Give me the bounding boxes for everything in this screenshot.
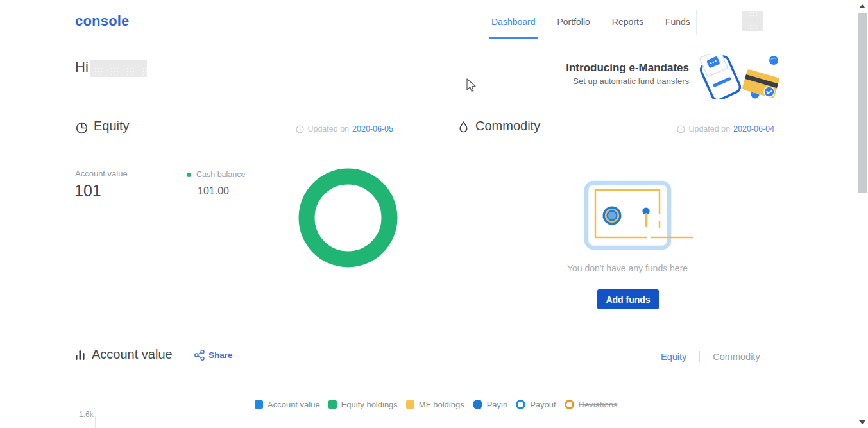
commodity-updated-date: 2020-06-04 <box>733 124 774 133</box>
legend-item-mf-holdings[interactable]: MF holdings <box>406 400 464 409</box>
nav-tab-portfolio[interactable]: Portfolio <box>557 17 590 27</box>
add-funds-button[interactable]: Add funds <box>597 289 659 309</box>
scrollbar-up-arrow-icon[interactable] <box>859 4 865 8</box>
account-value-section-title: Account value <box>92 347 173 362</box>
share-label: Share <box>208 350 233 360</box>
mouse-cursor-icon <box>466 78 477 93</box>
header-divider <box>696 10 697 35</box>
scrollbar-thumb[interactable] <box>858 13 867 193</box>
nav-tab-reports[interactable]: Reports <box>612 17 643 27</box>
share-button[interactable]: Share <box>194 350 233 361</box>
updated-label: Updated on <box>688 124 730 133</box>
cash-balance-value: 101.00 <box>198 185 229 197</box>
chart-segment-toggle: Equity Commodity <box>661 351 760 362</box>
legend-label: Deviations <box>579 400 618 409</box>
legend-swatch-circle <box>473 400 482 409</box>
nav-tab-dashboard[interactable]: Dashboard <box>491 17 536 27</box>
main-nav: Dashboard Portfolio Reports Funds <box>491 17 690 27</box>
toggle-divider <box>699 351 700 362</box>
updated-label: Updated on <box>307 124 349 133</box>
toggle-commodity[interactable]: Commodity <box>713 352 760 362</box>
clock-icon <box>677 125 685 133</box>
commodity-updated: Updated on 2020-06-04 <box>651 124 774 133</box>
cash-balance-dot <box>187 173 191 177</box>
cash-balance-label: Cash balance <box>196 170 245 179</box>
commodity-empty-text: You don't have any funds here <box>550 263 704 273</box>
legend-swatch-square <box>255 400 263 409</box>
legend-item-payout[interactable]: Payout <box>516 400 556 409</box>
legend-item-deviations[interactable]: Deviations <box>565 400 618 409</box>
account-value: 101 <box>74 182 101 200</box>
legend-item-payin[interactable]: Payin <box>473 400 508 409</box>
legend-swatch-square <box>406 400 414 409</box>
share-icon <box>194 350 205 361</box>
equity-updated: Updated on 2020-06-05 <box>269 124 393 133</box>
equity-updated-date: 2020-06-05 <box>352 124 393 133</box>
chart-legend: Account value Equity holdings MF holding… <box>255 400 617 409</box>
legend-swatch-square <box>328 400 337 409</box>
legend-label: MF holdings <box>419 400 464 409</box>
donut-segment-cash[interactable] <box>307 176 389 259</box>
nav-tab-funds[interactable]: Funds <box>665 17 690 27</box>
y-axis-tick-label: 1.6k <box>79 410 94 419</box>
greeting-text: Hi <box>75 59 89 76</box>
safe-illustration-icon <box>584 180 694 252</box>
toggle-equity[interactable]: Equity <box>661 352 686 362</box>
account-value-label: Account value <box>75 169 128 178</box>
legend-label: Equity holdings <box>341 400 398 409</box>
legend-item-account-value[interactable]: Account value <box>255 400 320 409</box>
emandates-promo[interactable]: Introducing e-Mandates Set up automatic … <box>497 62 689 86</box>
legend-label: Payout <box>530 400 556 409</box>
emandates-illustration-icon <box>692 54 781 99</box>
legend-swatch-ring <box>516 400 525 409</box>
legend-label: Account value <box>268 400 320 409</box>
chart-axis-line <box>95 416 96 428</box>
console-dashboard-page: console Dashboard Portfolio Reports Fund… <box>0 0 868 428</box>
pie-chart-icon <box>75 121 89 135</box>
droplet-icon <box>457 121 470 134</box>
avatar[interactable] <box>742 11 763 31</box>
commodity-section-title: Commodity <box>475 119 540 133</box>
promo-subtitle: Set up automatic fund transfers <box>497 76 689 86</box>
legend-label: Payin <box>487 400 508 409</box>
console-logo[interactable]: console <box>75 13 130 30</box>
promo-title: Introducing e-Mandates <box>497 62 689 74</box>
chart-gridline <box>95 416 769 416</box>
clock-icon <box>296 125 304 133</box>
equity-section-title: Equity <box>94 119 130 133</box>
legend-swatch-ring <box>565 400 574 409</box>
bar-chart-icon <box>75 349 87 361</box>
equity-donut-chart[interactable] <box>298 168 398 268</box>
user-name-redacted <box>90 60 147 77</box>
scrollbar-down-arrow-icon[interactable] <box>859 420 865 424</box>
legend-item-equity-holdings[interactable]: Equity holdings <box>328 400 398 409</box>
